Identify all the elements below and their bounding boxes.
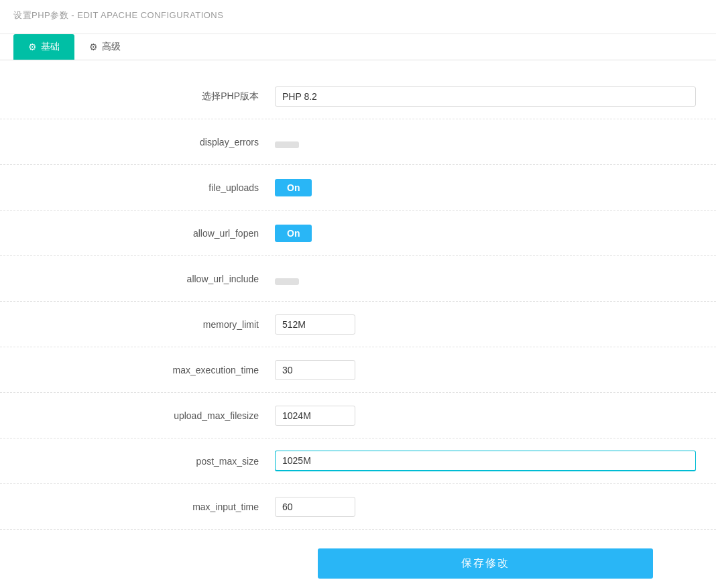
control-upload-max-filesize — [275, 406, 696, 426]
toggle-allow-url-include[interactable] — [275, 278, 299, 285]
control-max-execution-time — [275, 360, 696, 380]
label-upload-max-filesize: upload_max_filesize — [20, 410, 275, 421]
input-max-input-time[interactable] — [275, 497, 355, 517]
toggle-allow-url-fopen[interactable]: On — [275, 225, 312, 242]
control-php-version — [275, 86, 696, 107]
tab-advanced[interactable]: ⚙ 高级 — [74, 34, 135, 60]
tab-basic[interactable]: ⚙ 基础 — [13, 34, 74, 60]
control-max-input-time — [275, 497, 696, 517]
control-memory-limit — [275, 314, 696, 335]
save-row: 保存修改 — [255, 530, 716, 588]
form-row-memory-limit: memory_limit — [0, 302, 716, 347]
control-file-uploads: On — [275, 179, 696, 196]
form-row-max-execution-time: max_execution_time — [0, 347, 716, 393]
page-header: 设置PHP参数 - EDIT APACHE CONFIGURATIONS — [0, 0, 716, 28]
save-button[interactable]: 保存修改 — [318, 548, 653, 579]
tab-bar: ⚙ 基础 ⚙ 高级 — [0, 34, 716, 60]
control-post-max-size — [275, 451, 696, 471]
tab-basic-label: 基础 — [41, 41, 60, 53]
label-allow-url-fopen: allow_url_fopen — [20, 228, 275, 239]
form-row-upload-max-filesize: upload_max_filesize — [0, 393, 716, 438]
form-row-allow-url-include: allow_url_include — [0, 256, 716, 302]
label-display-errors: display_errors — [20, 137, 275, 148]
gear-icon-basic: ⚙ — [28, 42, 37, 52]
toggle-file-uploads[interactable]: On — [275, 179, 312, 196]
control-allow-url-fopen: On — [275, 225, 696, 242]
label-memory-limit: memory_limit — [20, 319, 275, 330]
form-row-display-errors: display_errors — [0, 119, 716, 165]
form-row-allow-url-fopen: allow_url_fopen On — [0, 211, 716, 256]
label-max-execution-time: max_execution_time — [20, 365, 275, 375]
toggle-allow-url-fopen-value: On — [287, 228, 300, 239]
input-max-execution-time[interactable] — [275, 360, 355, 380]
toggle-display-errors[interactable] — [275, 141, 299, 148]
label-allow-url-include: allow_url_include — [20, 274, 275, 284]
gear-icon-advanced: ⚙ — [89, 42, 98, 52]
label-post-max-size: post_max_size — [20, 456, 275, 467]
page-title: 设置PHP参数 - EDIT APACHE CONFIGURATIONS — [13, 10, 223, 20]
control-allow-url-include — [275, 273, 696, 285]
tab-advanced-label: 高级 — [102, 41, 121, 53]
toggle-file-uploads-value: On — [287, 182, 300, 193]
label-file-uploads: file_uploads — [20, 182, 275, 193]
label-max-input-time: max_input_time — [20, 502, 275, 512]
form-row-max-input-time: max_input_time — [0, 484, 716, 530]
control-display-errors — [275, 136, 696, 148]
label-php-version: 选择PHP版本 — [20, 91, 275, 103]
form-row-php-version: 选择PHP版本 — [0, 74, 716, 119]
page-container: 设置PHP参数 - EDIT APACHE CONFIGURATIONS ⚙ 基… — [0, 0, 716, 588]
form-row-post-max-size: post_max_size — [0, 438, 716, 484]
form-row-file-uploads: file_uploads On — [0, 165, 716, 211]
input-upload-max-filesize[interactable] — [275, 406, 355, 426]
form-body: 选择PHP版本 display_errors file_uploads On — [0, 60, 716, 588]
input-php-version[interactable] — [275, 86, 696, 107]
input-memory-limit[interactable] — [275, 314, 355, 335]
input-post-max-size[interactable] — [275, 451, 696, 471]
